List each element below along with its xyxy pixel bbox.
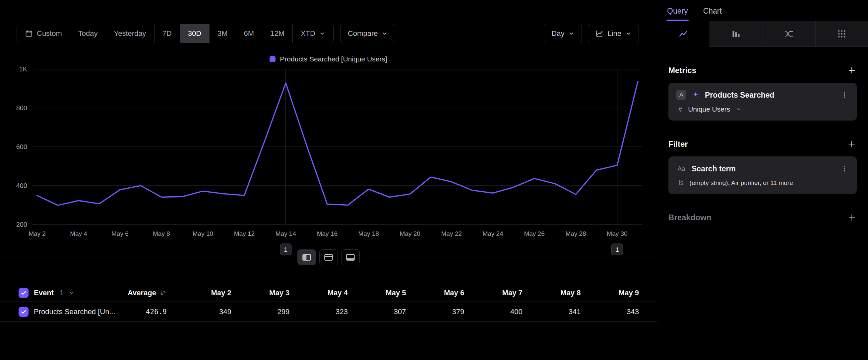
svg-text:1: 1 (615, 246, 619, 253)
chart-legend[interactable]: Products Searched [Unique Users] (0, 55, 657, 63)
svg-text:May 24: May 24 (483, 230, 503, 237)
filter-value: (empty string), Air purifier, or 11 more (690, 179, 793, 187)
sort-icon[interactable] (159, 289, 167, 297)
svg-text:May 16: May 16 (317, 230, 338, 237)
range-7d-button[interactable]: 7D (154, 24, 180, 43)
granularity-button[interactable]: Day (544, 24, 582, 43)
main-panel: Custom Today Yesterday 7D 30D 3M 6M 12M … (0, 0, 657, 360)
column-header: May 6 (406, 288, 465, 297)
series-name-cell: Products Searched [Un... (0, 307, 121, 317)
tab-funnels[interactable] (710, 21, 762, 47)
value-cell: 307 (348, 307, 406, 316)
svg-text:May 2: May 2 (29, 230, 46, 237)
svg-text:May 4: May 4 (70, 230, 87, 237)
svg-text:May 22: May 22 (441, 230, 462, 237)
table-row[interactable]: Products Searched [Un... 426.9 349299323… (0, 302, 657, 322)
series-checkbox[interactable] (19, 307, 29, 317)
select-all-checkbox[interactable] (19, 288, 29, 298)
layout-toggle-group (293, 249, 364, 265)
annotation-badge[interactable]: 1 (612, 244, 623, 255)
tab-retention[interactable] (815, 21, 868, 47)
tab-chart-label: Chart (703, 7, 722, 15)
event-header-cell[interactable]: Event 1 (0, 288, 121, 298)
granularity-label: Day (551, 29, 564, 38)
layout-chart-top-button[interactable] (319, 249, 338, 265)
plus-icon (847, 213, 856, 222)
results-table: Event 1 Average May 2May 3May 4May 5May … (0, 284, 657, 322)
chart-type-button[interactable]: Line (588, 24, 639, 43)
value-cell: 343 (581, 307, 657, 316)
tab-query-label: Query (667, 7, 688, 15)
tab-insights[interactable] (657, 21, 710, 47)
average-header-cell[interactable]: Average (121, 284, 173, 302)
layout-split-icon (302, 254, 311, 261)
ai-sparkle-icon (692, 91, 700, 99)
range-12m-button[interactable]: 12M (262, 24, 292, 43)
breakdown-title: Breakdown (669, 213, 711, 222)
column-header: May 8 (523, 288, 581, 297)
report-type-tabs (657, 21, 868, 47)
range-yesterday-button[interactable]: Yesterday (106, 24, 154, 43)
compare-button[interactable]: Compare (340, 24, 395, 43)
column-header: May 5 (348, 288, 406, 297)
value-cell: 379 (406, 307, 465, 316)
value-cell: 323 (289, 307, 348, 316)
chart-area: 1K800600400200May 2May 4May 6May 8May 10… (9, 64, 647, 257)
tab-query[interactable]: Query (667, 7, 688, 21)
chevron-down-icon (736, 107, 741, 112)
filter-card[interactable]: Aa Search term Is (empty string), Air pu… (669, 157, 857, 194)
filter-property-name: Search term (692, 164, 835, 173)
metric-card-header: A Products Searched (676, 90, 849, 100)
aggregation-label: Unique Users (688, 105, 730, 113)
chart-table-divider (0, 257, 657, 257)
annotation-badge[interactable]: 1 (280, 244, 291, 255)
chevron-down-icon (568, 31, 574, 36)
y-axis-labels: 1K800600400200 (16, 65, 28, 228)
metric-name: Products Searched (705, 91, 835, 100)
svg-text:200: 200 (16, 221, 27, 228)
filter-condition-row[interactable]: Is (empty string), Air purifier, or 11 m… (676, 179, 849, 187)
table-header-row: Event 1 Average May 2May 3May 4May 5May … (0, 284, 657, 302)
checkbox-checked-icon (20, 308, 27, 315)
custom-range-button[interactable]: Custom (17, 24, 70, 43)
metric-aggregation-row[interactable]: # Unique Users (676, 105, 849, 113)
series-line[interactable] (37, 81, 638, 205)
svg-text:May 12: May 12 (234, 230, 255, 237)
chevron-down-icon[interactable] (69, 290, 74, 296)
chevron-down-icon (382, 31, 388, 36)
layout-top-icon (324, 254, 333, 261)
range-xtd-button[interactable]: XTD (292, 24, 333, 43)
svg-text:May 14: May 14 (276, 230, 297, 237)
svg-text:May 8: May 8 (153, 230, 170, 237)
kebab-icon (841, 91, 848, 99)
add-metric-button[interactable] (847, 65, 857, 75)
range-30d-button[interactable]: 30D (180, 24, 209, 43)
svg-text:May 26: May 26 (524, 230, 545, 237)
metric-menu-button[interactable] (840, 91, 849, 99)
range-6m-button[interactable]: 6M (236, 24, 262, 43)
date-value-cells: 349299323307379400341343 (173, 302, 657, 322)
breakdown-section-header: Breakdown (669, 213, 857, 222)
line-chart[interactable]: 1K800600400200May 2May 4May 6May 8May 10… (9, 64, 645, 257)
retention-tab-icon (837, 29, 846, 38)
add-filter-button[interactable] (847, 139, 857, 149)
layout-table-bottom-button[interactable] (341, 249, 360, 265)
range-3m-button[interactable]: 3M (209, 24, 236, 43)
x-axis-labels: May 2May 4May 6May 8May 10May 12May 14Ma… (29, 230, 628, 237)
filter-menu-button[interactable] (840, 164, 849, 173)
aggregation-prefix: # (678, 106, 682, 113)
range-today-button[interactable]: Today (70, 24, 106, 43)
layout-side-by-side-button[interactable] (298, 249, 316, 265)
filter-title: Filter (669, 139, 688, 149)
tab-chart[interactable]: Chart (703, 7, 722, 21)
plus-icon (847, 66, 856, 75)
tab-flows[interactable] (763, 21, 815, 47)
date-column-headers: May 2May 3May 4May 5May 6May 7May 8May 9 (173, 284, 657, 302)
chevron-down-icon (625, 31, 631, 36)
xtd-label: XTD (301, 29, 315, 38)
add-breakdown-button[interactable] (847, 213, 857, 222)
custom-range-label: Custom (37, 29, 62, 38)
metric-card[interactable]: A Products Searched # Unique Users (669, 83, 857, 120)
metric-letter-badge: A (676, 90, 686, 100)
value-cell: 400 (464, 307, 523, 316)
